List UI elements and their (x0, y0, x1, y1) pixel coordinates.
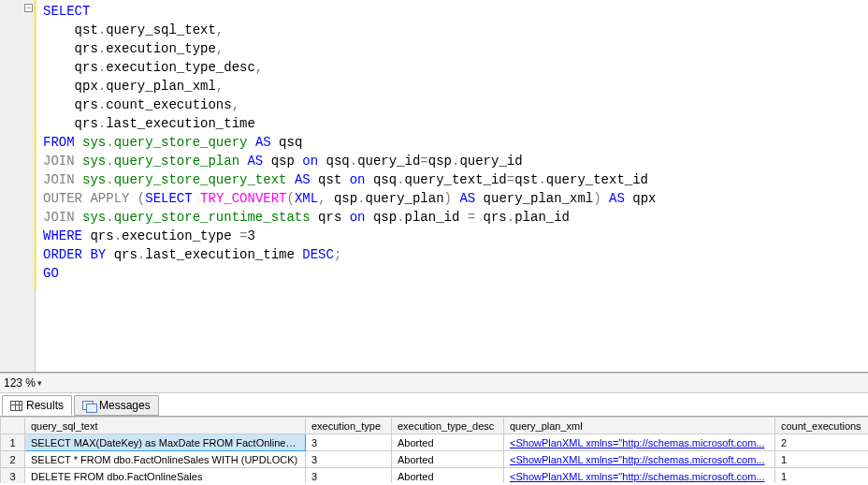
cell-execution-type[interactable]: 3 (306, 434, 392, 451)
messages-icon (82, 401, 95, 411)
tab-results[interactable]: Results (2, 395, 72, 416)
cell-execution-type[interactable]: 3 (306, 468, 392, 484)
grid-icon (10, 401, 22, 411)
cell-execution-type-desc[interactable]: Aborted (392, 468, 504, 484)
cell-count-executions[interactable]: 1 (775, 468, 869, 484)
results-grid[interactable]: query_sql_text execution_type execution_… (0, 417, 868, 483)
table-row[interactable]: 1SELECT MAX(DateKey) as MaxDate FROM Fac… (1, 434, 869, 451)
col-header[interactable]: execution_type (306, 418, 392, 434)
cell-query-plan-xml[interactable]: <ShowPlanXML xmlns="http://schemas.micro… (504, 434, 775, 451)
cell-execution-type-desc[interactable]: Aborted (392, 451, 504, 468)
table-row[interactable]: 3DELETE FROM dbo.FactOnlineSales3Aborted… (1, 468, 869, 484)
code-text[interactable]: SELECT qst.query_sql_text, qrs.execution… (36, 0, 868, 372)
row-number[interactable]: 3 (1, 468, 25, 484)
zoom-bar: 123 % ▾ (0, 373, 868, 393)
cell-query-sql-text[interactable]: DELETE FROM dbo.FactOnlineSales (25, 468, 306, 484)
zoom-dropdown[interactable]: 123 % ▾ (4, 376, 42, 389)
zoom-value: 123 % (4, 376, 36, 389)
col-header[interactable]: count_executions (775, 418, 869, 434)
cell-query-plan-xml[interactable]: <ShowPlanXML xmlns="http://schemas.micro… (504, 468, 775, 484)
cell-query-sql-text[interactable]: SELECT MAX(DateKey) as MaxDate FROM Fact… (25, 434, 306, 451)
fold-toggle-icon[interactable]: − (24, 4, 33, 12)
change-marker (34, 0, 36, 290)
cell-execution-type-desc[interactable]: Aborted (392, 434, 504, 451)
row-number[interactable]: 2 (1, 451, 25, 468)
cell-query-plan-xml[interactable]: <ShowPlanXML xmlns="http://schemas.micro… (504, 451, 775, 468)
tab-messages-label: Messages (99, 399, 151, 412)
xml-link[interactable]: <ShowPlanXML xmlns="http://schemas.micro… (510, 471, 765, 482)
tab-messages[interactable]: Messages (74, 395, 159, 416)
results-grid-wrap[interactable]: query_sql_text execution_type execution_… (0, 416, 868, 483)
header-row: query_sql_text execution_type execution_… (1, 418, 869, 434)
cell-query-sql-text[interactable]: SELECT * FROM dbo.FactOnlineSales WITH (… (25, 451, 306, 468)
sql-editor[interactable]: − SELECT qst.query_sql_text, qrs.executi… (0, 0, 868, 373)
xml-link[interactable]: <ShowPlanXML xmlns="http://schemas.micro… (510, 437, 765, 448)
cell-count-executions[interactable]: 2 (775, 434, 869, 451)
chevron-down-icon: ▾ (37, 378, 42, 388)
table-row[interactable]: 2SELECT * FROM dbo.FactOnlineSales WITH … (1, 451, 869, 468)
corner-cell[interactable] (1, 418, 25, 434)
cell-execution-type[interactable]: 3 (306, 451, 392, 468)
editor-gutter: − (0, 0, 36, 372)
col-header[interactable]: execution_type_desc (392, 418, 504, 434)
cell-count-executions[interactable]: 1 (775, 451, 869, 468)
xml-link[interactable]: <ShowPlanXML xmlns="http://schemas.micro… (510, 454, 765, 465)
tab-results-label: Results (26, 399, 64, 412)
row-number[interactable]: 1 (1, 434, 25, 451)
col-header[interactable]: query_plan_xml (504, 418, 775, 434)
col-header[interactable]: query_sql_text (25, 418, 306, 434)
results-tabs: Results Messages (0, 393, 868, 416)
